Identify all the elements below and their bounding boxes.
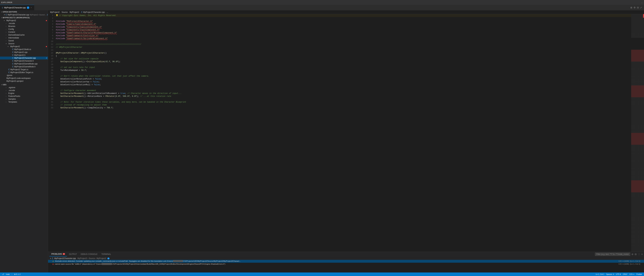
file-uproject[interactable]: MyProject2.uproject bbox=[0, 80, 48, 82]
problem-item-warning[interactable]: ⚠ #include errors detected. Consider upd… bbox=[48, 260, 644, 263]
folder-featurepacks[interactable]: › FeaturePacks bbox=[0, 95, 48, 98]
file-myproject2-character-cpp[interactable]: C MyProject2Character.cpp 2 bbox=[0, 56, 48, 60]
code-line-33: GetCharacterMovement()->JumpZVelocity = … bbox=[54, 106, 631, 109]
problem-group-header[interactable]: ▾ C MyProject2Character.cpp MyProject2 ›… bbox=[48, 257, 644, 260]
tab-myproject2character[interactable]: C MyProject2Character.cpp 2 × bbox=[0, 5, 34, 10]
sidebar: ▾ OPEN EDITORS × C MyProject2Character.c… bbox=[0, 10, 48, 272]
folder-samples[interactable]: › Samples bbox=[0, 98, 48, 100]
code-line-4: #include "Camera/CameraComponent.h" bbox=[54, 23, 631, 26]
file-myproject2-editor-target-label: MyProject2Editor.Target.cs bbox=[10, 71, 33, 74]
status-cursor[interactable]: Ln 1, Col 1 bbox=[596, 273, 604, 275]
split-icon[interactable]: ⊞ bbox=[630, 6, 632, 9]
problem-item-error[interactable]: ⊗ cannot open source file "stdlib.h" (de… bbox=[48, 263, 644, 266]
filter-icon[interactable]: ⊘ bbox=[632, 253, 634, 256]
folder-engine[interactable]: › Engine bbox=[0, 92, 48, 95]
breadcrumb-part1[interactable]: MyProject2 bbox=[50, 11, 60, 13]
breadcrumb-sep2: › bbox=[68, 11, 69, 13]
folder-binaries[interactable]: › Binaries bbox=[0, 25, 48, 28]
warning-location: C/C++(1696) [Ln 1, Col 1] bbox=[618, 260, 640, 262]
folder-intermediate[interactable]: › Intermediate bbox=[0, 36, 48, 39]
layout-icon[interactable]: ⊟ bbox=[637, 6, 639, 9]
file-myproject2-editor-target-cs[interactable]: C MyProject2Editor.Target.cs bbox=[0, 71, 48, 74]
folder-myproject2-chevron: ▾ bbox=[4, 20, 6, 22]
error-icon: ⊗ bbox=[52, 263, 54, 265]
status-errors[interactable]: ⊗0 ⚠2 bbox=[14, 273, 20, 275]
more-actions-icon[interactable]: ⋮ bbox=[638, 253, 640, 256]
breadcrumb-sep1: › bbox=[60, 11, 61, 13]
folder-content[interactable]: › Content bbox=[0, 30, 48, 34]
tab-terminal[interactable]: TERMINAL bbox=[99, 252, 113, 256]
close-panel-icon[interactable]: × bbox=[642, 253, 643, 256]
status-encoding[interactable]: UTF-8 bbox=[616, 273, 621, 275]
panel-content: ▾ C MyProject2Character.cpp MyProject2 ›… bbox=[48, 256, 644, 272]
open-file-myproject2character[interactable]: × C MyProject2Character.cpp MyProject2 •… bbox=[0, 13, 48, 16]
file-myproject2-target-cs[interactable]: C MyProject2.Target.cs bbox=[0, 68, 48, 71]
minimap-visual bbox=[631, 14, 644, 252]
file-myproject2-character-h[interactable]: C MyProject2Character.h bbox=[0, 60, 48, 62]
filter-input[interactable] bbox=[595, 252, 630, 256]
file-myproject2-gamemode-h[interactable]: C MyProject2GameMode.h bbox=[0, 65, 48, 68]
line-numbers: 12345 678910 1112131415 1617181920 21222… bbox=[48, 14, 54, 252]
file-myproject2-character-h-label: MyProject2Character.h bbox=[14, 60, 34, 62]
status-formatter[interactable]: Prettier bbox=[636, 273, 642, 275]
breadcrumb-filename[interactable]: MyProject2Character.cpp bbox=[83, 11, 105, 13]
breadcrumb-part2[interactable]: Source bbox=[62, 11, 68, 13]
tab-debug-console[interactable]: DEBUG CONSOLE bbox=[79, 252, 100, 256]
breadcrumb-sep4: › bbox=[106, 11, 106, 13]
folder-templates[interactable]: › Templates bbox=[0, 100, 48, 104]
folder-saved[interactable]: › Saved bbox=[0, 39, 48, 42]
myproject2-error-dot bbox=[46, 20, 47, 21]
collapse-icon[interactable]: ⊟ bbox=[635, 253, 637, 256]
file-myproject2-gamemode-cpp-icon: C bbox=[12, 63, 14, 65]
bottom-panel: PROBLEMS 2 OUTPUT DEBUG CONSOLE TERMINAL… bbox=[48, 252, 644, 272]
code-text: // Copyright Epic Games, Inc. All Rights… bbox=[59, 14, 116, 17]
close-icon[interactable]: × bbox=[4, 14, 5, 16]
file-myproject2-build-cs[interactable]: C MyProject2.Build.cs bbox=[0, 48, 48, 51]
minimap-scrollbar[interactable] bbox=[643, 14, 644, 252]
ue5-section[interactable]: ▾ UE5 bbox=[0, 83, 48, 86]
settings-icon[interactable]: ⚙ bbox=[634, 6, 636, 9]
breadcrumb-part3[interactable]: MyProject2 bbox=[70, 11, 79, 13]
folder-myproject2[interactable]: ▾ MyProject2 bbox=[0, 19, 48, 22]
folder-config[interactable]: › Config bbox=[0, 28, 48, 30]
code-line-7: #include "GameFramework/CharacterMovemen… bbox=[54, 32, 631, 34]
title-dots[interactable]: ... bbox=[641, 1, 643, 4]
file-ignore[interactable]: .ignore bbox=[0, 74, 48, 77]
status-branch[interactable]: main bbox=[6, 273, 10, 275]
warning-dot-icon: 💡 bbox=[56, 14, 58, 17]
code-line-30 bbox=[54, 98, 631, 101]
status-spaces[interactable]: Spaces: 4 bbox=[606, 273, 614, 275]
file-code-workspace[interactable]: MyProject2.code-workspace bbox=[0, 77, 48, 80]
tab-output[interactable]: OUTPUT bbox=[67, 252, 79, 256]
code-line-10 bbox=[54, 40, 631, 43]
folder-deriveddatacache[interactable]: › DerivedDataCache bbox=[0, 34, 48, 36]
minimap[interactable] bbox=[631, 14, 644, 252]
code-include: #include bbox=[56, 20, 66, 23]
folder-binaries-chevron: › bbox=[6, 26, 8, 27]
folder-content-chevron: › bbox=[6, 31, 8, 33]
status-bar: ⎇ main | ⊗0 ⚠2 Ln 1, Col 1 Spaces: 4 UTF… bbox=[0, 272, 644, 276]
file-myproject2-gamemode-h-label: MyProject2GameMode.h bbox=[14, 66, 36, 68]
tab-problems[interactable]: PROBLEMS 2 bbox=[49, 252, 67, 256]
file-myproject2-gamemode-cpp[interactable]: C MyProject2GameMode.cpp bbox=[0, 62, 48, 65]
folder-source-myproject2[interactable]: ▾ MyProject2 bbox=[0, 45, 48, 48]
code-area[interactable]: 💡 // Copyright Epic Games, Inc. All Righ… bbox=[54, 14, 631, 252]
folder-ue5-vscode[interactable]: › .vscode bbox=[0, 89, 48, 92]
status-eol[interactable]: CRLF bbox=[623, 273, 628, 275]
fullscreen-icon[interactable]: ⤢ bbox=[640, 6, 642, 9]
folder-engine-chevron: › bbox=[6, 92, 8, 94]
folder-myproject2-label: MyProject2 bbox=[6, 20, 16, 22]
breadcrumb-more[interactable]: ... bbox=[107, 11, 108, 13]
file-myproject2-h[interactable]: C MyProject2.h bbox=[0, 54, 48, 56]
folder-source[interactable]: ▾ Source bbox=[0, 42, 48, 45]
tab-close-button[interactable]: × bbox=[30, 6, 32, 9]
folder-vscode[interactable]: › .vscode bbox=[0, 22, 48, 25]
file-myproject2-cpp[interactable]: C MyProject2.cpp bbox=[0, 51, 48, 54]
folder-ue5-vscode-chevron: › bbox=[6, 90, 8, 91]
open-editors-section[interactable]: ▾ OPEN EDITORS bbox=[0, 10, 48, 13]
folder-egstore[interactable]: › .egstore bbox=[0, 86, 48, 89]
code-line-32: // instead of recompiling to adjust them bbox=[54, 104, 631, 106]
code-line-28: GetCharacterMovement()->bOrientRotationT… bbox=[54, 92, 631, 95]
status-language[interactable]: C/C++ bbox=[630, 273, 634, 275]
workspace-section[interactable]: ▾ MYPROJECT2 (WORKSPACE) bbox=[0, 16, 48, 19]
